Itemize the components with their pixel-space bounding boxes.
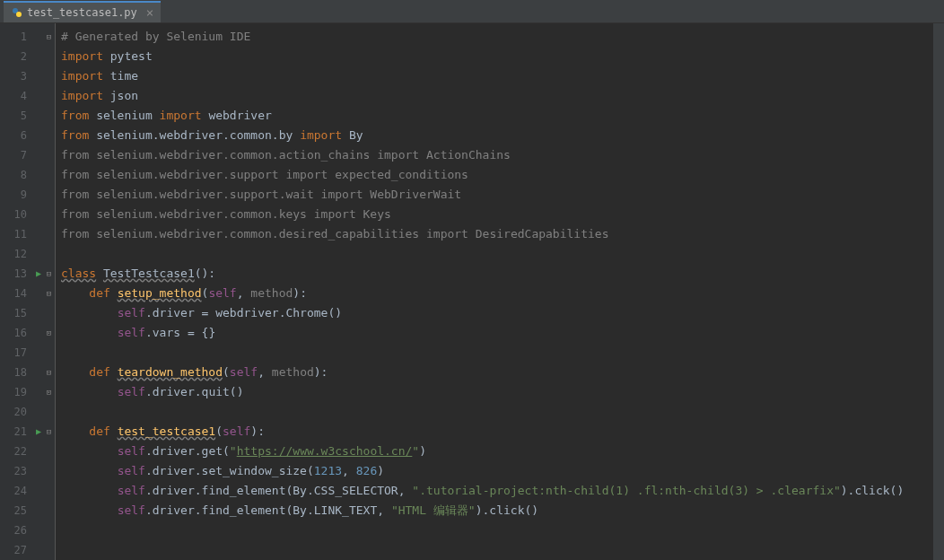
line-number[interactable]: 9 (0, 185, 43, 205)
fold-marker[interactable]: ⊡ (43, 323, 55, 343)
fold-marker[interactable] (43, 501, 55, 521)
fold-marker[interactable] (43, 343, 55, 363)
line-number[interactable]: 21 (0, 422, 43, 442)
fold-marker[interactable]: ⊟ (43, 422, 55, 442)
fold-marker[interactable] (43, 106, 55, 126)
line-number[interactable]: 17 (0, 343, 43, 363)
code-line[interactable]: class TestTestcase1(): (61, 264, 944, 284)
code-line[interactable]: import pytest (61, 47, 944, 66)
line-number[interactable]: 20 (0, 402, 43, 422)
code-line[interactable] (61, 402, 944, 422)
code-line[interactable] (61, 343, 944, 363)
line-number[interactable]: 4 (0, 86, 43, 106)
code-line[interactable]: # Generated by Selenium IDE (61, 27, 944, 47)
fold-marker[interactable]: ⊟ (43, 264, 55, 284)
fold-marker[interactable] (43, 521, 55, 540)
code-line[interactable]: self.driver.set_window_size(1213, 826) (61, 461, 944, 481)
code-line[interactable]: from selenium.webdriver.common.desired_c… (61, 224, 944, 244)
line-number[interactable]: 22 (0, 442, 43, 461)
fold-marker[interactable] (43, 402, 55, 422)
fold-marker[interactable] (43, 185, 55, 205)
line-number[interactable]: 11 (0, 224, 43, 244)
line-number[interactable]: 12 (0, 244, 43, 264)
code-line[interactable]: self.driver.find_element(By.CSS_SELECTOR… (61, 481, 944, 501)
fold-marker[interactable] (43, 244, 55, 264)
code-line[interactable]: from selenium.webdriver.support import e… (61, 165, 944, 185)
code-line[interactable] (61, 521, 944, 540)
line-number[interactable]: 14 (0, 284, 43, 303)
line-number[interactable]: 5 (0, 106, 43, 126)
fold-marker[interactable] (43, 145, 55, 165)
code-line[interactable]: self.driver = webdriver.Chrome() (61, 303, 944, 323)
line-number[interactable]: 27 (0, 540, 43, 560)
line-number[interactable]: 7 (0, 145, 43, 165)
line-number[interactable]: 24 (0, 481, 43, 501)
fold-marker[interactable] (43, 66, 55, 86)
fold-marker[interactable] (43, 86, 55, 106)
fold-marker[interactable] (43, 540, 55, 560)
gutter[interactable]: 1234567891011121314151617181920212223242… (0, 23, 43, 560)
fold-marker[interactable] (43, 442, 55, 461)
fold-marker[interactable] (43, 303, 55, 323)
fold-marker[interactable] (43, 205, 55, 224)
code-line[interactable]: import time (61, 66, 944, 86)
code-line[interactable]: import json (61, 86, 944, 106)
fold-marker[interactable]: ⊟ (43, 363, 55, 382)
svg-point-1 (16, 12, 22, 17)
fold-marker[interactable] (43, 165, 55, 185)
fold-marker[interactable] (43, 126, 55, 145)
line-number[interactable]: 25 (0, 501, 43, 521)
code-line[interactable]: self.vars = {} (61, 323, 944, 343)
line-number[interactable]: 1 (0, 27, 43, 47)
code-line[interactable]: from selenium.webdriver.support.wait imp… (61, 185, 944, 205)
fold-marker[interactable]: ⊟ (43, 27, 55, 47)
line-number[interactable]: 8 (0, 165, 43, 185)
fold-marker[interactable] (43, 461, 55, 481)
line-number[interactable]: 23 (0, 461, 43, 481)
line-number[interactable]: 3 (0, 66, 43, 86)
line-number[interactable]: 13 (0, 264, 43, 284)
fold-marker[interactable] (43, 481, 55, 501)
code-line[interactable]: from selenium.webdriver.common.action_ch… (61, 145, 944, 165)
tab-filename: test_testcase1.py (27, 6, 137, 19)
code-line[interactable]: def setup_method(self, method): (61, 284, 944, 303)
line-number[interactable]: 15 (0, 303, 43, 323)
code-area[interactable]: # Generated by Selenium IDEimport pytest… (56, 23, 944, 560)
fold-marker[interactable]: ⊡ (43, 382, 55, 402)
file-tab[interactable]: test_testcase1.py × (4, 1, 161, 22)
scrollbar[interactable] (933, 23, 944, 560)
code-line[interactable]: self.driver.find_element(By.LINK_TEXT, "… (61, 501, 944, 521)
tab-bar: test_testcase1.py × (0, 0, 944, 23)
python-file-icon (11, 6, 23, 19)
close-icon[interactable]: × (146, 5, 153, 20)
fold-marker[interactable]: ⊟ (43, 284, 55, 303)
code-line[interactable]: def teardown_method(self, method): (61, 363, 944, 382)
code-line[interactable] (61, 244, 944, 264)
line-number[interactable]: 2 (0, 47, 43, 66)
line-number[interactable]: 18 (0, 363, 43, 382)
line-number[interactable]: 10 (0, 205, 43, 224)
fold-marker[interactable] (43, 224, 55, 244)
fold-marker[interactable] (43, 47, 55, 66)
code-line[interactable]: from selenium import webdriver (61, 106, 944, 126)
code-line[interactable]: from selenium.webdriver.common.by import… (61, 126, 944, 145)
code-line[interactable]: from selenium.webdriver.common.keys impo… (61, 205, 944, 224)
line-number[interactable]: 6 (0, 126, 43, 145)
line-number[interactable]: 26 (0, 521, 43, 540)
line-number[interactable]: 19 (0, 382, 43, 402)
code-line[interactable]: self.driver.quit() (61, 382, 944, 402)
code-line[interactable]: def test_testcase1(self): (61, 422, 944, 442)
line-number[interactable]: 16 (0, 323, 43, 343)
code-line[interactable]: self.driver.get("https://www.w3cschool.c… (61, 442, 944, 461)
fold-column[interactable]: ⊟⊟⊟⊡⊟⊡⊟ (43, 23, 56, 560)
editor: 1234567891011121314151617181920212223242… (0, 23, 944, 560)
code-line[interactable] (61, 540, 944, 560)
